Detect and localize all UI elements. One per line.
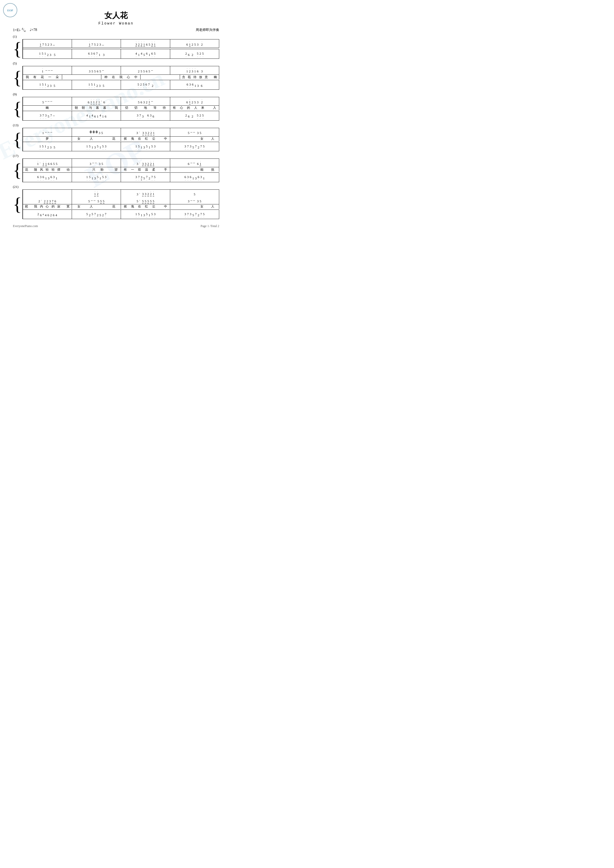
section-number-4: (13) — [13, 123, 219, 127]
section-6: (21) { ·1 ·2 3 — [13, 185, 219, 219]
tempo: ♩=78 — [30, 28, 37, 32]
section-2: (5) { ·1 – – – 3 5 5 6 5 – — [13, 61, 219, 90]
attribution: 周老师即兴伴奏 — [196, 28, 219, 32]
title-section: 女人花 Flower Woman — [13, 10, 219, 25]
section-number-2: (5) — [13, 61, 219, 65]
measure-3-treble: ·3 ·2 ·2 ·1 6 5 ·3 ·1 — [121, 39, 170, 48]
measure-3-bass: 4· 1 4· 5 6· 1 6· 5· — [121, 49, 170, 59]
section-3: (9) { 5 – – – 6 ·1 ·1 ·2 ·1 · — [13, 92, 219, 121]
treble-row-1: ·1 7 5 2 3 – ·1 7 5 2 3 – — [23, 39, 219, 48]
measure-2-treble: ·1 7 5 2 3 – — [72, 39, 121, 48]
footer-right: Page 1 /Total 2 — [201, 224, 219, 228]
footer-left: EveryonePiano.com — [13, 224, 38, 228]
measure-4-bass: 2· 6 2 5· 2· 5· — [170, 49, 219, 59]
key-signature: 1=E♭ 4/4 — [13, 27, 25, 33]
section-number-3: (9) — [13, 92, 219, 96]
main-title: 女人花 — [13, 10, 219, 21]
section-number-1: (1) — [13, 34, 219, 39]
staff-system-1: { ·1 7 5 2 3 – ·1 7 5 — [13, 39, 219, 59]
section-5: (17) { ·1 · ·1 ·1 6 6 5 5 — [13, 154, 219, 182]
section-1: (1) { ·1 7 5 2 3 – ·1 — [13, 34, 219, 59]
section-number-6: (21) — [13, 185, 219, 189]
bass-row-1: 1· 5· 1· 2 3 5 6· 3· 6· 7· 1 3 — [23, 49, 219, 59]
meta-left: 1=E♭ 4/4 ♩=78 — [13, 27, 37, 33]
measure-4-treble: 6 ·1 2 5 3 ·2 — [170, 39, 219, 48]
section-number-5: (17) — [13, 154, 219, 158]
measure-2-bass: 6· 3· 6· 7· 1 3 — [72, 49, 121, 59]
eop-logo: EOP — [3, 3, 17, 17]
meta-row: 1=E♭ 4/4 ♩=78 周老师即兴伴奏 — [13, 27, 219, 33]
brace-1: { — [13, 39, 22, 59]
measure-1-treble: ·1 7 5 2 3 – — [23, 39, 72, 48]
footer: EveryonePiano.com Page 1 /Total 2 — [13, 224, 219, 228]
sub-title: Flower Woman — [13, 22, 219, 25]
measure-1-bass: 1· 5· 1· 2 3 5 — [23, 49, 72, 59]
section-4: (13) { ·1 – – – 0 0 0 3 5 — [13, 123, 219, 152]
